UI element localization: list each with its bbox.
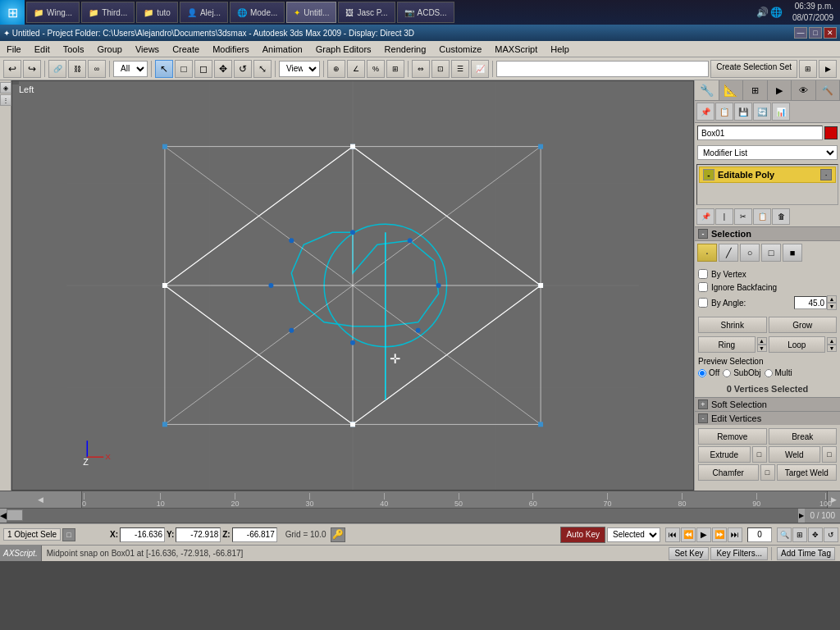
minimize-button[interactable]: — bbox=[794, 27, 807, 39]
create-selection-set-button[interactable]: Create Selection Set bbox=[710, 60, 797, 78]
taskbar-item-untitled[interactable]: ✦Untitl... bbox=[286, 2, 336, 23]
redo-button[interactable]: ↪ bbox=[23, 60, 41, 78]
zoom-all-button[interactable]: ⊞ bbox=[792, 527, 807, 542]
selection-set-input[interactable] bbox=[496, 61, 709, 77]
loop-button[interactable]: Loop bbox=[769, 336, 826, 353]
remove-button[interactable]: Remove bbox=[698, 428, 767, 445]
timeline-next-button[interactable]: ▶ bbox=[798, 509, 805, 523]
ignore-backfacing-checkbox[interactable] bbox=[698, 282, 708, 292]
taskbar-item-wing[interactable]: 📁Wing... bbox=[26, 2, 80, 23]
angle-down-spinner[interactable]: ▼ bbox=[827, 303, 837, 310]
spinner-snap-button[interactable]: ⊞ bbox=[386, 60, 404, 78]
by-angle-checkbox[interactable] bbox=[698, 298, 708, 308]
next-frame-button[interactable]: ⏩ bbox=[712, 527, 727, 542]
start-button[interactable]: ⊞ bbox=[0, 0, 25, 25]
chamfer-settings-button[interactable]: □ bbox=[760, 464, 775, 481]
mod-delete-button[interactable]: 🗑 bbox=[772, 208, 790, 225]
angle-value-input[interactable]: 45.0 bbox=[794, 296, 827, 309]
rotate-button[interactable]: ↺ bbox=[234, 60, 252, 78]
taskbar-item-tuto[interactable]: 📁tuto bbox=[136, 2, 178, 23]
reference-coord-dropdown[interactable]: View bbox=[279, 61, 320, 77]
mod-pin-button[interactable]: 📌 bbox=[696, 208, 714, 225]
menu-views[interactable]: Views bbox=[129, 43, 166, 56]
ring-button[interactable]: Ring bbox=[698, 336, 756, 353]
polygon-mode-button[interactable]: □ bbox=[761, 244, 781, 262]
snap-toggle-button[interactable]: ⊕ bbox=[327, 60, 345, 78]
editable-poly-item[interactable]: - Editable Poly · bbox=[699, 167, 836, 183]
shrink-button[interactable]: Shrink bbox=[698, 317, 767, 333]
extrude-button[interactable]: Extrude bbox=[698, 446, 751, 463]
menu-modifiers[interactable]: Modifiers bbox=[206, 43, 256, 56]
percent-snap-button[interactable]: % bbox=[367, 60, 385, 78]
mod-cut-button[interactable]: ✂ bbox=[734, 208, 752, 225]
align-button[interactable]: ⊡ bbox=[431, 60, 450, 78]
object-name-input[interactable] bbox=[697, 126, 823, 140]
maximize-button[interactable]: □ bbox=[809, 27, 822, 39]
menu-maxscript[interactable]: MAXScript bbox=[488, 43, 544, 56]
taskbar-item-mode[interactable]: 🌐Mode... bbox=[230, 2, 285, 23]
timeline-prev-button[interactable]: ◀ bbox=[0, 509, 7, 523]
object-type-button[interactable]: □ bbox=[62, 528, 75, 541]
modifier-icon-5[interactable]: 📊 bbox=[772, 103, 790, 121]
close-button[interactable]: ✕ bbox=[824, 27, 837, 39]
select-link-button[interactable]: 🔗 bbox=[48, 60, 66, 78]
orbit-button[interactable]: ↺ bbox=[824, 527, 838, 542]
current-frame-input[interactable] bbox=[747, 527, 772, 542]
hierarchy-tab[interactable]: ⊞ bbox=[743, 80, 768, 100]
by-vertex-checkbox[interactable] bbox=[698, 269, 708, 279]
menu-help[interactable]: Help bbox=[544, 43, 576, 56]
menu-tools[interactable]: Tools bbox=[57, 43, 91, 56]
left-icon-1[interactable]: ◈ bbox=[0, 82, 11, 94]
z-coord-input[interactable] bbox=[232, 527, 277, 542]
object-color-swatch[interactable] bbox=[824, 126, 838, 139]
mod-show-button[interactable]: | bbox=[715, 208, 733, 225]
preview-subobj-radio[interactable] bbox=[723, 369, 731, 377]
menu-create[interactable]: Create bbox=[166, 43, 206, 56]
timeline-scroll-left[interactable]: ◀ bbox=[0, 491, 82, 508]
filter-dropdown[interactable]: All bbox=[113, 61, 148, 77]
menu-graph-editors[interactable]: Graph Editors bbox=[309, 43, 378, 56]
taskbar-item-alej[interactable]: 👤Alej... bbox=[180, 2, 228, 23]
modify-tab[interactable]: 🔧 bbox=[695, 80, 719, 100]
preview-multi-radio[interactable] bbox=[765, 369, 773, 377]
bind-space-warp[interactable]: ∞ bbox=[88, 60, 106, 78]
create-tab[interactable]: 📐 bbox=[719, 80, 744, 100]
menu-customize[interactable]: Customize bbox=[432, 43, 488, 56]
ring-up-spinner[interactable]: ▲ bbox=[757, 337, 767, 345]
edge-mode-button[interactable]: ╱ bbox=[719, 244, 738, 262]
vertex-mode-button[interactable]: · bbox=[697, 244, 717, 262]
layer-manager-button[interactable]: ☰ bbox=[451, 60, 469, 78]
edit-vertices-header[interactable]: - Edit Vertices bbox=[695, 411, 840, 425]
key-mode-select[interactable]: Selected bbox=[607, 527, 660, 542]
named-sel-button[interactable]: ⊞ bbox=[799, 60, 817, 78]
ep-settings-button[interactable]: · bbox=[820, 169, 832, 180]
go-to-start-button[interactable]: ⏮ bbox=[665, 527, 680, 542]
weld-button[interactable]: Weld bbox=[769, 446, 821, 463]
modifier-icon-2[interactable]: 📋 bbox=[715, 103, 733, 121]
zoom-button[interactable]: 🔍 bbox=[777, 527, 792, 542]
y-coord-input[interactable] bbox=[176, 527, 221, 542]
key-filters-button[interactable]: Key Filters... bbox=[710, 547, 768, 560]
window-crossing-button[interactable]: ◻ bbox=[194, 60, 212, 78]
render-button[interactable]: ▶ bbox=[819, 60, 837, 78]
border-mode-button[interactable]: ○ bbox=[740, 244, 760, 262]
select-move-button[interactable]: ✥ bbox=[214, 60, 232, 78]
mirror-button[interactable]: ⇔ bbox=[412, 60, 430, 78]
motion-tab[interactable]: ▶ bbox=[768, 80, 792, 100]
object-status-button[interactable]: 1 Object Sele bbox=[3, 528, 61, 541]
grow-button[interactable]: Grow bbox=[769, 317, 838, 333]
preview-off-radio[interactable] bbox=[698, 369, 706, 377]
key-mode-icon[interactable]: 🔑 bbox=[331, 527, 345, 542]
maxscript-button[interactable]: AXScript. bbox=[0, 546, 42, 561]
extrude-settings-button[interactable]: □ bbox=[752, 446, 767, 463]
taskbar-item-jasc[interactable]: 🖼Jasc P... bbox=[338, 2, 395, 23]
target-weld-button[interactable]: Target Weld bbox=[777, 464, 838, 481]
timeline-thumb[interactable] bbox=[7, 509, 23, 521]
menu-edit[interactable]: Edit bbox=[28, 43, 57, 56]
display-tab[interactable]: 👁 bbox=[792, 80, 816, 100]
undo-button[interactable]: ↩ bbox=[3, 60, 21, 78]
utilities-tab[interactable]: 🔨 bbox=[816, 80, 841, 100]
loop-down-spinner[interactable]: ▼ bbox=[827, 345, 837, 352]
chamfer-button[interactable]: Chamfer bbox=[698, 464, 759, 481]
element-mode-button[interactable]: ■ bbox=[783, 244, 802, 262]
